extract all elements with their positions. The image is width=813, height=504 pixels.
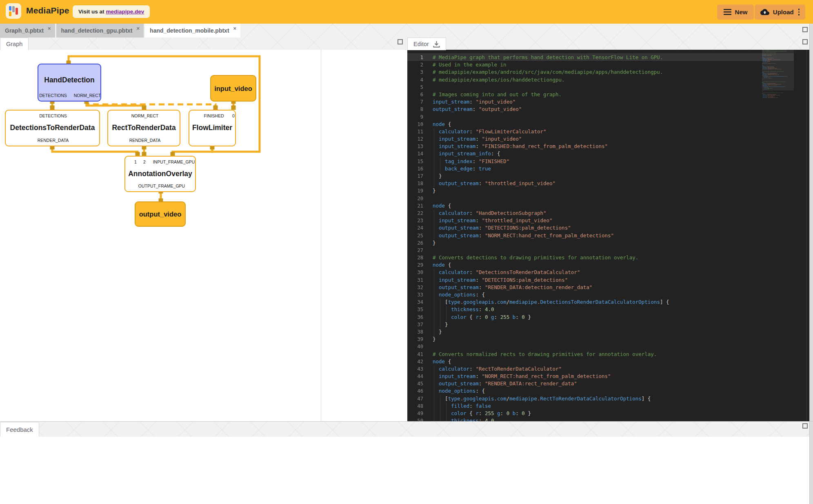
code-line: output_stream: "throttled_input_video"	[433, 180, 759, 187]
line-number: 46	[407, 387, 433, 395]
expand-feedback-panel-icon[interactable]	[802, 423, 808, 429]
code-line: input_stream: "input_video"	[433, 135, 759, 143]
port-label: OUTPUT_FRAME_GPU	[138, 183, 185, 188]
code-editor[interactable]: 1234567891011121314151617181920212223242…	[407, 50, 809, 421]
tab-editor[interactable]: Editor	[407, 38, 446, 50]
close-tab-icon[interactable]: ×	[48, 25, 51, 31]
new-button[interactable]: New	[717, 4, 754, 20]
code-line: }	[433, 336, 759, 343]
graph-canvas[interactable]: HandDetectionDETECTIONSNORM_RECTinput_vi…	[0, 50, 407, 421]
line-number: 43	[407, 365, 433, 373]
code-content[interactable]: # MediaPipe graph that performs hand det…	[433, 54, 759, 421]
editor-scrollbar[interactable]	[806, 50, 807, 421]
code-line: calculator: "FlowLimiterCalculator"	[433, 128, 759, 135]
code-line: color { r: 255 g: 0 b: 0 }	[433, 410, 759, 417]
code-line	[433, 343, 759, 350]
line-number: 18	[407, 180, 433, 187]
line-number: 30	[407, 269, 433, 276]
code-line: output_stream: "RENDER_DATA:rect_render_…	[433, 380, 759, 387]
minimap[interactable]: # MediaPipe graph that performs hand det…	[762, 50, 794, 421]
feedback-panel	[0, 437, 813, 504]
feedback-tab-label: Feedback	[6, 426, 33, 433]
code-line: thickness: 4.0	[433, 417, 759, 421]
code-line: calculator: "DetectionsToRenderDataCalcu…	[433, 269, 759, 276]
tab-feedback[interactable]: Feedback	[0, 422, 39, 437]
expand-window-icon[interactable]	[802, 27, 808, 32]
expand-graph-panel-icon[interactable]	[398, 39, 403, 44]
line-number: 28	[407, 254, 433, 261]
port-label: NORM_RECT	[131, 113, 159, 118]
new-button-label: New	[735, 9, 748, 15]
close-tab-icon[interactable]: ×	[137, 25, 140, 31]
expand-editor-panel-icon[interactable]	[802, 39, 808, 44]
graph-node-annotation-overlay[interactable]: AnnotationOverlay12INPUT_FRAME_GPUOUTPUT…	[124, 156, 196, 192]
code-line: output_stream: "RENDER_DATA:detection_re…	[433, 284, 759, 291]
graph-node-flow-limiter[interactable]: FlowLimiterFINISHED0	[189, 110, 236, 146]
line-number: 14	[407, 150, 433, 157]
line-number: 48	[407, 402, 433, 410]
download-icon[interactable]	[433, 41, 440, 48]
feedback-divider	[0, 421, 813, 422]
line-number: 40	[407, 343, 433, 350]
line-number: 6	[407, 91, 433, 98]
graph-node-rect-to-render-data[interactable]: RectToRenderDataNORM_RECTRENDER_DATA	[107, 110, 180, 146]
code-line: node_options: {	[433, 387, 759, 395]
code-line: filled: false	[433, 402, 759, 410]
line-number: 4	[407, 76, 433, 84]
line-number: 8	[407, 106, 433, 113]
port-label: 0	[232, 113, 235, 118]
port-label: DETECTIONS	[39, 113, 67, 118]
port-label: 1	[134, 159, 137, 164]
code-line: }	[433, 239, 759, 247]
visit-us-text: Visit us at	[78, 9, 104, 15]
file-tab-hand-detection-mobile-pbtxt[interactable]: hand_detection_mobile.pbtxt×	[145, 24, 240, 38]
code-line: thickness: 4.0	[433, 306, 759, 313]
panel-divider[interactable]	[321, 50, 321, 421]
graph-node-input-video[interactable]: input_video	[210, 75, 256, 102]
code-line	[433, 195, 759, 202]
line-number: 7	[407, 98, 433, 106]
code-line: }	[433, 321, 759, 328]
code-line: color { r: 0 g: 255 b: 0 }	[433, 314, 759, 321]
code-line: back_edge: true	[433, 165, 759, 172]
node-title: output_video	[136, 210, 185, 218]
line-number: 33	[407, 291, 433, 298]
mediapipe-logo-icon	[6, 3, 21, 19]
upload-button[interactable]: Upload	[755, 4, 805, 20]
node-title: RectToRenderData	[108, 124, 180, 132]
file-tab-label: hand_detection_mobile.pbtxt	[150, 27, 229, 34]
code-line: node {	[433, 121, 759, 128]
graph-node-hand-detection[interactable]: HandDetectionDETECTIONSNORM_RECT	[38, 64, 101, 102]
code-line: input_stream: "NORM_RECT:hand_rect_from_…	[433, 373, 759, 380]
code-line: # Used in the example in	[433, 61, 759, 69]
line-number: 44	[407, 373, 433, 380]
code-line: input_stream: "FINISHED:hand_rect_from_p…	[433, 143, 759, 150]
minimap-viewport[interactable]	[762, 50, 794, 91]
node-title: AnnotationOverlay	[125, 169, 195, 178]
graph-node-detections-to-render-data[interactable]: DetectionsToRenderDataDETECTIONSRENDER_D…	[5, 110, 100, 146]
file-tab-hand-detection-gpu-pbtxt[interactable]: hand_detection_gpu.pbtxt×	[56, 24, 144, 38]
line-number: 27	[407, 247, 433, 254]
line-number: 24	[407, 224, 433, 232]
more-options-icon[interactable]	[798, 9, 800, 15]
close-tab-icon[interactable]: ×	[233, 25, 237, 31]
code-line: # Images coming into and out of the grap…	[433, 91, 759, 98]
line-number: 29	[407, 261, 433, 269]
port-label: FINISHED	[204, 113, 224, 118]
graph-tab-label: Graph	[6, 41, 22, 47]
port-label: INPUT_FRAME_GPU	[153, 159, 195, 164]
code-line: }	[433, 328, 759, 336]
code-line: # Converts normalized rects to drawing p…	[433, 351, 759, 358]
port-label: RENDER_DATA	[38, 138, 69, 143]
graph-node-output-video[interactable]: output_video	[135, 201, 186, 227]
line-number: 17	[407, 172, 433, 180]
file-tab-graph-0-pbtxt[interactable]: Graph_0.pbtxt×	[0, 24, 55, 38]
mediapipe-dev-link[interactable]: mediapipe.dev	[106, 9, 144, 15]
line-number: 1	[407, 54, 433, 61]
code-line: node {	[433, 358, 759, 365]
code-line: node {	[433, 261, 759, 269]
window-scrollbar-gutter[interactable]	[809, 24, 813, 504]
line-number: 3	[407, 69, 433, 76]
tab-graph[interactable]: Graph	[0, 38, 29, 50]
code-line	[433, 247, 759, 254]
